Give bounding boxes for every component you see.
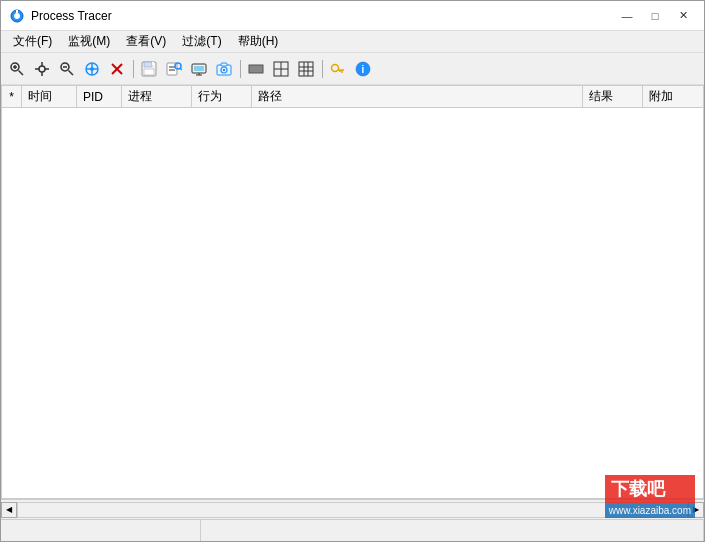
menu-help[interactable]: 帮助(H) [230,31,287,52]
svg-rect-22 [144,62,152,67]
delete-button[interactable] [105,57,129,81]
main-window: Process Tracer — □ ✕ 文件(F) 监视(M) 查看(V) 过… [0,0,705,542]
close-button[interactable]: ✕ [670,6,696,26]
info-button[interactable]: i [351,57,375,81]
svg-point-11 [39,66,45,72]
grid2-button[interactable] [294,57,318,81]
col-header-star[interactable]: * [2,86,22,107]
toolbar: i [1,53,704,85]
sep3 [319,57,325,81]
window-title: Process Tracer [31,9,112,23]
sep1 [130,57,136,81]
status-right [201,520,704,541]
svg-rect-37 [221,63,227,66]
svg-rect-24 [152,62,154,65]
svg-rect-38 [249,65,263,73]
grid1-button[interactable] [269,57,293,81]
menu-filter[interactable]: 过滤(T) [174,31,229,52]
col-header-extra[interactable]: 附加 [643,86,703,107]
zoom-in-button[interactable] [5,57,29,81]
zoom-out-button[interactable] [55,57,79,81]
menu-file[interactable]: 文件(F) [5,31,60,52]
svg-point-1 [14,13,20,19]
scrollbar-area: ◀ ▶ [1,499,704,519]
svg-rect-23 [144,69,154,75]
menu-view[interactable]: 查看(V) [118,31,174,52]
sep2 [237,57,243,81]
col-header-process[interactable]: 进程 [122,86,192,107]
scroll-left-button[interactable]: ◀ [1,502,17,518]
svg-rect-33 [194,66,204,71]
col-header-action[interactable]: 行为 [192,86,252,107]
process-target-button[interactable] [80,57,104,81]
target-select-button[interactable] [30,57,54,81]
col-header-pid[interactable]: PID [77,86,122,107]
horizontal-scrollbar[interactable] [17,502,688,518]
menu-monitor[interactable]: 监视(M) [60,31,118,52]
app-icon [9,8,25,24]
svg-point-47 [332,64,339,71]
col-header-path[interactable]: 路径 [252,86,583,107]
key-button[interactable] [326,57,350,81]
minimize-button[interactable]: — [614,6,640,26]
svg-point-18 [90,67,94,71]
status-left [1,520,201,541]
svg-text:i: i [362,64,365,75]
menu-bar: 文件(F) 监视(M) 查看(V) 过滤(T) 帮助(H) [1,31,704,53]
table-header: * 时间 PID 进程 行为 路径 结果 附加 [2,86,703,108]
status-bar [1,519,704,541]
scroll-right-button[interactable]: ▶ [688,502,704,518]
title-bar: Process Tracer — □ ✕ [1,1,704,31]
capture-button[interactable] [212,57,236,81]
save-button[interactable] [137,57,161,81]
svg-rect-2 [16,10,18,13]
title-left: Process Tracer [9,8,112,24]
find-button[interactable] [162,57,186,81]
svg-point-36 [223,68,225,70]
table-body[interactable] [2,108,703,498]
window-controls: — □ ✕ [614,6,696,26]
svg-line-13 [69,70,74,75]
col-header-time[interactable]: 时间 [22,86,77,107]
svg-rect-42 [299,62,313,76]
maximize-button[interactable]: □ [642,6,668,26]
svg-line-4 [19,70,24,75]
svg-line-29 [180,68,182,70]
data-table: * 时间 PID 进程 行为 路径 结果 附加 [1,85,704,499]
highlight-button[interactable] [244,57,268,81]
col-header-result[interactable]: 结果 [583,86,643,107]
monitor-button[interactable] [187,57,211,81]
